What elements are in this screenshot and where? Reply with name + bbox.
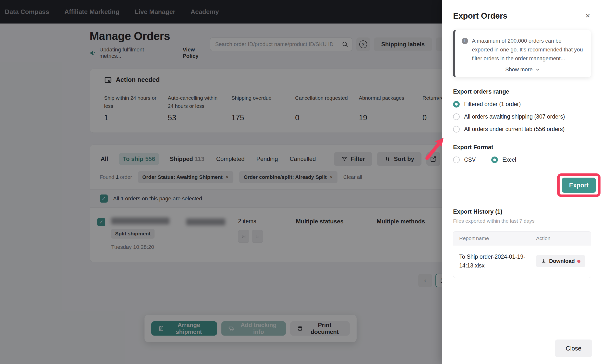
- format-option-excel[interactable]: Excel: [491, 157, 516, 163]
- export-notice-text: A maximum of 200,000 orders can be expor…: [472, 36, 584, 63]
- radio-selected[interactable]: [491, 157, 498, 163]
- export-history-heading: Export History (1): [453, 208, 591, 215]
- export-history-table: Report name Action To Ship order-2024-01…: [453, 231, 591, 278]
- radio-unselected[interactable]: [453, 113, 460, 120]
- range-option-current-tab[interactable]: All orders under current tab (556 orders…: [453, 126, 591, 133]
- export-panel-title: Export Orders: [453, 11, 507, 21]
- column-report-name: Report name: [459, 235, 536, 241]
- format-option-csv[interactable]: CSV: [453, 157, 476, 163]
- export-button[interactable]: Export: [562, 178, 596, 193]
- column-action: Action: [536, 235, 585, 241]
- export-history-subheading: Files exported within the last 7 days: [453, 218, 591, 224]
- export-range-heading: Export orders range: [453, 88, 591, 95]
- new-file-badge: [577, 260, 580, 263]
- radio-selected[interactable]: [453, 101, 460, 108]
- export-orders-panel: Export Orders × i A maximum of 200,000 o…: [442, 0, 601, 364]
- download-icon: [541, 258, 547, 264]
- report-name: To Ship order-2024-01-19-14:13.xlsx: [459, 252, 536, 270]
- close-icon[interactable]: ×: [584, 10, 591, 21]
- radio-unselected[interactable]: [453, 126, 460, 133]
- chevron-down-icon: [535, 67, 540, 72]
- range-option-filtered[interactable]: Filtered order (1 order): [453, 101, 591, 108]
- screen: Data Compass Affiliate Marketing Live Ma…: [0, 0, 601, 364]
- info-icon: i: [462, 38, 468, 44]
- download-button[interactable]: Download: [536, 255, 585, 267]
- annotation-highlight-box: Export: [557, 173, 601, 197]
- table-row: To Ship order-2024-01-19-14:13.xlsx Down…: [453, 245, 591, 278]
- radio-unselected[interactable]: [453, 157, 460, 163]
- export-notice-card: i A maximum of 200,000 orders can be exp…: [453, 30, 591, 77]
- close-button[interactable]: Close: [555, 340, 592, 357]
- download-button-wrap: Download: [536, 255, 585, 267]
- show-more-link[interactable]: Show more: [462, 66, 584, 73]
- export-format-heading: Export Format: [453, 144, 591, 151]
- range-option-awaiting-shipping[interactable]: All orders awaiting shipping (307 orders…: [453, 113, 591, 120]
